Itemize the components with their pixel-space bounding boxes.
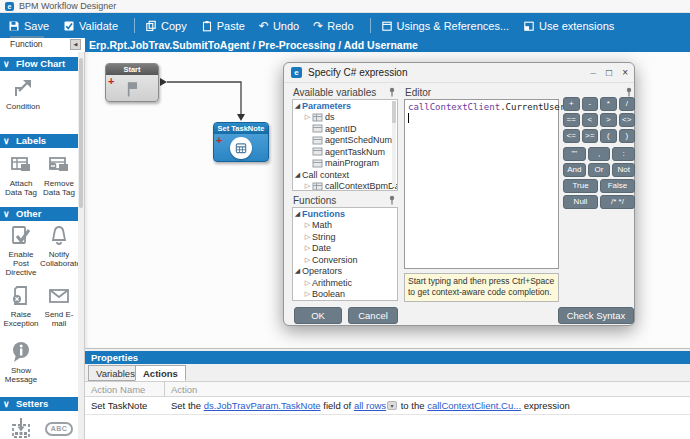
expander-icon[interactable]: ◢: [293, 102, 302, 110]
paste-button[interactable]: Paste: [201, 20, 245, 32]
keypad-not-button[interactable]: Not: [612, 163, 635, 177]
sidebar-top-strip: Function ◀: [0, 38, 85, 52]
keypad-greater-button[interactable]: >: [600, 113, 617, 127]
keypad-less-button[interactable]: <: [582, 113, 599, 127]
expression-editor[interactable]: callContextClient.CurrentUserId: [404, 99, 559, 269]
keypad-colon-button[interactable]: :: [612, 147, 635, 161]
scrollbar-thumb[interactable]: [392, 101, 396, 123]
tree-item-string[interactable]: ▷String: [293, 231, 397, 243]
keypad-comment-button[interactable]: /* */: [600, 195, 635, 209]
sidebar-item-remove-data-tag[interactable]: Remove Data Tag: [40, 153, 78, 197]
tree-item-agenttasknum[interactable]: agentTaskNum: [293, 146, 397, 158]
tree-item-ds[interactable]: ▷ds: [293, 112, 397, 124]
redo-button[interactable]: ↷ Redo: [313, 20, 353, 32]
sidebar-item-set-argument[interactable]: ABC: [40, 422, 78, 436]
tree-item-mainprogram[interactable]: mainProgram: [293, 158, 397, 170]
keypad-multiply-button[interactable]: *: [600, 97, 617, 111]
sidebar-item-show-message[interactable]: Show Message: [2, 340, 40, 384]
sidebar-scrollbar[interactable]: [78, 52, 84, 439]
dropdown-icon[interactable]: ▾: [387, 401, 397, 410]
expander-icon[interactable]: ◢: [293, 171, 302, 179]
tree-item-operators[interactable]: ◢Operators: [293, 266, 397, 278]
sidebar-item-function-partial[interactable]: Function: [10, 39, 43, 49]
tree-scrollbar[interactable]: [392, 101, 396, 187]
tree-item-boolean[interactable]: ▷Boolean: [293, 289, 397, 301]
rows-link[interactable]: all rows: [354, 400, 386, 411]
sidebar-item-attach-data-tag[interactable]: Attach Data Tag: [2, 153, 40, 197]
keypad-openparen-button[interactable]: (: [600, 129, 617, 143]
expression-link[interactable]: callContextClient.Cu...: [427, 400, 521, 411]
sidebar-item-enable-post-directive[interactable]: Enable Post Directive: [2, 224, 40, 278]
keypad-and-button[interactable]: And: [563, 163, 586, 177]
expander-icon[interactable]: ▷: [303, 233, 312, 241]
tree-item-agentid[interactable]: agentID: [293, 123, 397, 135]
cancel-button[interactable]: Cancel: [348, 307, 398, 324]
check-syntax-button[interactable]: Check Syntax: [558, 307, 634, 324]
tree-item-agentschednum[interactable]: agentSchedNum: [293, 135, 397, 147]
tree-item-math[interactable]: ▷Math: [293, 220, 397, 232]
use-extensions-button[interactable]: Use extensions: [523, 20, 614, 32]
keypad-quotes-button[interactable]: "": [563, 147, 586, 161]
expander-icon[interactable]: ▷: [303, 290, 312, 298]
section-header-flow-chart[interactable]: ∨ Flow Chart: [0, 57, 78, 71]
add-connector-icon[interactable]: +: [108, 76, 114, 86]
tree-item-arithmetic[interactable]: ▷Arithmetic: [293, 277, 397, 289]
usings-references-button[interactable]: Usings & References...: [381, 20, 510, 32]
section-header-setters[interactable]: ∨ Setters: [0, 397, 78, 411]
tab-actions[interactable]: Actions: [135, 365, 186, 381]
sidebar-item-set-field[interactable]: [2, 416, 40, 439]
sidebar-item-raise-exception[interactable]: Raise Exception: [2, 284, 40, 328]
tree-item-comparison[interactable]: ▷Comparison: [293, 300, 397, 301]
keypad-closeparen-button[interactable]: ): [619, 129, 636, 143]
copy-button[interactable]: Copy: [145, 20, 187, 32]
keypad-divide-button[interactable]: /: [619, 97, 636, 111]
action-row[interactable]: Set TaskNote Set the ds.JobTravParam.Tas…: [85, 397, 690, 415]
start-node[interactable]: Start +: [105, 63, 159, 102]
sidebar-collapse-button[interactable]: ◀: [70, 39, 81, 50]
expander-icon[interactable]: ▷: [303, 279, 312, 287]
add-connector-icon[interactable]: +: [216, 135, 222, 145]
section-header-other[interactable]: ∨ Other: [0, 207, 78, 221]
expander-icon[interactable]: ◢: [293, 210, 302, 218]
pin-icon[interactable]: [388, 195, 396, 205]
tree-item-conversion[interactable]: ▷Conversion: [293, 254, 397, 266]
keypad-true-button[interactable]: True: [563, 179, 598, 193]
tree-item-parameters[interactable]: ◢Parameters: [293, 100, 397, 112]
scrollbar-thumb[interactable]: [79, 58, 83, 208]
functions-panel-title: Functions: [293, 195, 336, 206]
expander-icon[interactable]: ▷: [303, 244, 312, 252]
toolbox-sidebar: ∨ Flow Chart Condition ∨ Labels Attach D…: [0, 52, 85, 439]
keypad-plus-button[interactable]: +: [563, 97, 580, 111]
sidebar-item-condition[interactable]: Condition: [4, 76, 42, 111]
ok-button[interactable]: OK: [294, 307, 342, 324]
keypad-null-button[interactable]: Null: [563, 195, 598, 209]
tree-item-callcontextbpmdata[interactable]: ▷callContextBpmData: [293, 181, 397, 192]
validate-button[interactable]: Validate: [63, 20, 118, 32]
sidebar-item-notify-collaborate[interactable]: Notify Collaborate: [40, 224, 78, 268]
keypad-comma-button[interactable]: ,: [588, 147, 611, 161]
tree-item-functions[interactable]: ◢Functions: [293, 208, 397, 220]
keypad-false-button[interactable]: False: [600, 179, 635, 193]
text-caret: [408, 113, 409, 123]
expander-icon[interactable]: ▷: [303, 256, 312, 264]
field-link[interactable]: ds.JobTravParam.TaskNote: [204, 400, 321, 411]
keypad-notequal-button[interactable]: <>: [619, 113, 636, 127]
keypad-minus-button[interactable]: -: [582, 97, 599, 111]
expander-icon[interactable]: ▷: [303, 221, 312, 229]
keypad-lessequal-button[interactable]: <=: [563, 129, 580, 143]
expander-icon[interactable]: ◢: [293, 267, 302, 275]
pin-icon[interactable]: [388, 87, 396, 97]
chevron-down-icon: ∨: [3, 57, 10, 71]
expander-icon[interactable]: ▷: [303, 113, 312, 121]
set-tasknote-node[interactable]: Set TaskNote +: [213, 122, 269, 162]
keypad-or-button[interactable]: Or: [588, 163, 611, 177]
sidebar-item-send-email[interactable]: Send E-mail: [40, 284, 78, 328]
tree-item-call-context[interactable]: ◢Call context: [293, 169, 397, 181]
keypad-equals-button[interactable]: ==: [563, 113, 580, 127]
save-button[interactable]: Save: [8, 20, 49, 32]
undo-button[interactable]: ↶ Undo: [259, 20, 299, 32]
tree-item-date[interactable]: ▷Date: [293, 243, 397, 255]
section-header-labels[interactable]: ∨ Labels: [0, 134, 78, 148]
keypad-greaterequal-button[interactable]: >=: [582, 129, 599, 143]
expander-icon[interactable]: ▷: [303, 182, 312, 190]
